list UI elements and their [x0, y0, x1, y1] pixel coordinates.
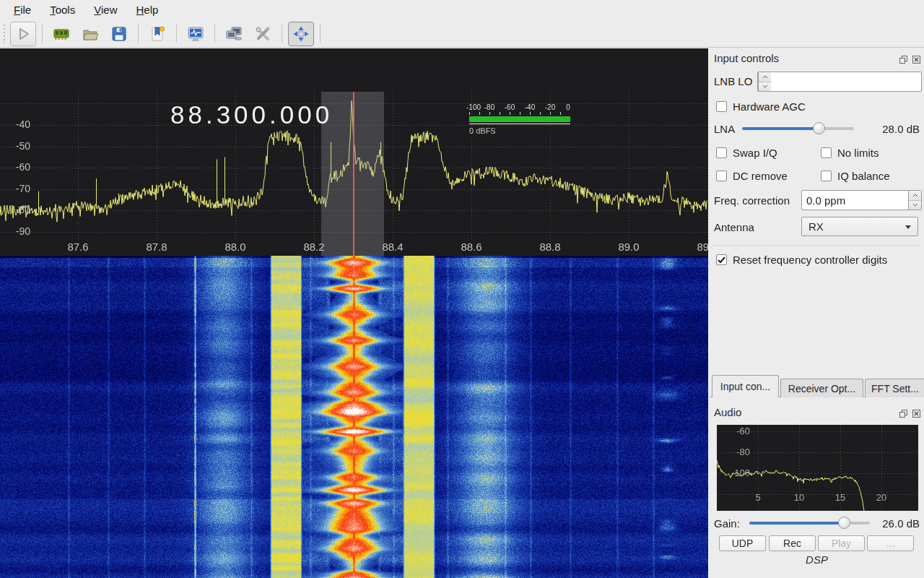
dbfs-ticks [469, 112, 570, 115]
dbfs-baseline [469, 124, 570, 124]
audio-y-tick: -100 [721, 467, 750, 478]
spin-down-icon[interactable] [909, 200, 921, 210]
spin-up-icon[interactable] [909, 191, 921, 200]
slider-handle[interactable] [813, 122, 825, 134]
audio-spectrum-plot[interactable]: -60-80-100 5101520 [717, 425, 918, 511]
fft-y-tick: -50 [0, 140, 30, 152]
fft-x-tick: 89.2 [686, 241, 708, 253]
tab-receiver-options[interactable]: Receiver Opt... [780, 379, 863, 397]
iq-balance-checkbox[interactable]: IQ balance [821, 170, 890, 182]
slider-handle[interactable] [838, 517, 850, 529]
fft-panel: 88.300.000 -100-80-60-40-200 0 dBFS -40-… [0, 48, 708, 256]
tools-button[interactable] [250, 22, 276, 46]
fft-y-tick: -90 [0, 225, 30, 237]
lnb-lo-label: LNB LO [714, 75, 752, 87]
rec-button[interactable]: Rec [769, 535, 816, 551]
swap-iq-checkbox[interactable]: Swap I/Q [716, 147, 777, 159]
checkbox-box [716, 171, 727, 181]
fft-x-tick: 88.8 [528, 241, 572, 253]
toolbar-separator [138, 25, 139, 43]
menu-bar: FileToolsViewHelp [0, 0, 924, 20]
fft-y-tick: -40 [0, 118, 30, 130]
spin-buttons [758, 72, 771, 91]
separator [712, 245, 921, 246]
slider-fill [742, 127, 819, 130]
dock-area: Input controls LNB LO 0.000000 MHz Hardw… [710, 48, 924, 578]
slider-fill [749, 522, 845, 525]
swap-iq-label: Swap I/Q [733, 147, 777, 159]
memory-chip-icon [52, 25, 71, 43]
menu-tools[interactable]: Tools [40, 1, 84, 20]
close-icon[interactable] [912, 54, 921, 64]
dbfs-scale: -100-80-60-40-200 [469, 103, 570, 112]
toolbar-separator [320, 25, 321, 43]
spin-up-icon[interactable] [759, 72, 771, 82]
reset-digits-checkbox[interactable]: Reset frequency controller digits [716, 254, 887, 266]
audio-x-tick: 10 [788, 492, 810, 503]
save-file-button[interactable] [106, 22, 132, 46]
antenna-value: RX [808, 220, 824, 233]
fft-x-tick: 88.6 [450, 241, 493, 253]
gain-slider[interactable] [749, 517, 870, 530]
dbfs-scale-tick: -20 [545, 103, 555, 111]
fft-x-tick: 88.4 [371, 241, 414, 253]
play-button[interactable]: Play [818, 535, 865, 551]
iq-balance-label: IQ balance [837, 170, 890, 182]
hardware-agc-checkbox[interactable]: Hardware AGC [716, 100, 806, 113]
lna-slider[interactable] [742, 122, 854, 135]
no-limits-checkbox[interactable]: No limits [821, 147, 879, 159]
audio-x-tick: 20 [871, 492, 892, 503]
toolbar-drag-handle[interactable] [4, 25, 5, 43]
remote-control-button[interactable] [221, 22, 247, 46]
waterfall-plot[interactable] [0, 256, 708, 578]
antenna-label: Antenna [714, 221, 754, 233]
frequency-display[interactable]: 88.300.000 [170, 100, 333, 129]
dbfs-level-bar [469, 116, 570, 122]
checkbox-box [821, 147, 832, 158]
toolbar-separator [42, 25, 43, 43]
dsp-footer-label: DSP [710, 553, 924, 566]
float-icon[interactable] [899, 54, 908, 64]
menu-file[interactable]: File [4, 1, 40, 20]
spin-buttons [908, 191, 921, 210]
bookmark-icon [148, 25, 167, 43]
fullscreen-button[interactable] [288, 22, 314, 46]
fft-y-tick: -60 [0, 161, 30, 173]
iq-monitor-button[interactable] [183, 22, 209, 46]
audio-y-tick: -80 [721, 447, 750, 457]
fft-x-tick: 88.0 [214, 241, 257, 253]
checkbox-box [716, 147, 727, 158]
udp-button[interactable]: UDP [719, 535, 766, 551]
tab-fft-settings[interactable]: FFT Sett... [865, 379, 924, 397]
move-arrows-icon [292, 25, 310, 43]
tab-input-controls[interactable]: Input con... [712, 375, 779, 397]
toolbar-separator [282, 25, 282, 43]
bookmarks-button[interactable] [144, 22, 170, 46]
more-options-button[interactable]: ... [867, 535, 914, 551]
antenna-combobox[interactable]: RX [801, 217, 918, 236]
dsp-memory-button[interactable] [48, 22, 74, 46]
start-dsp-button[interactable] [10, 22, 36, 46]
menu-view[interactable]: View [84, 1, 126, 20]
dc-remove-checkbox[interactable]: DC remove [716, 170, 788, 182]
dc-remove-label: DC remove [733, 170, 788, 182]
floppy-save-icon [110, 25, 128, 43]
close-icon[interactable] [912, 408, 921, 418]
monitor-waveform-icon [186, 25, 205, 43]
checkbox-box [716, 101, 727, 112]
open-file-button[interactable] [77, 22, 103, 46]
fft-x-tick: 89.0 [607, 241, 650, 253]
freq-correction-spinbox[interactable]: 0.0 ppm [801, 190, 922, 210]
dbfs-scale-tick: -100 [466, 103, 481, 111]
float-icon[interactable] [899, 408, 908, 418]
tuning-line[interactable] [353, 92, 354, 256]
checkbox-box [821, 171, 832, 181]
fft-y-tick: -70 [0, 183, 30, 194]
lnb-lo-spinbox[interactable]: 0.000000 MHz [757, 72, 922, 92]
toolbar [0, 20, 924, 48]
lna-label: LNA [714, 123, 735, 135]
computers-icon [225, 25, 243, 43]
spin-down-icon[interactable] [759, 82, 771, 92]
menu-help[interactable]: Help [126, 1, 167, 20]
freq-correction-value: 0.0 ppm [802, 191, 908, 210]
